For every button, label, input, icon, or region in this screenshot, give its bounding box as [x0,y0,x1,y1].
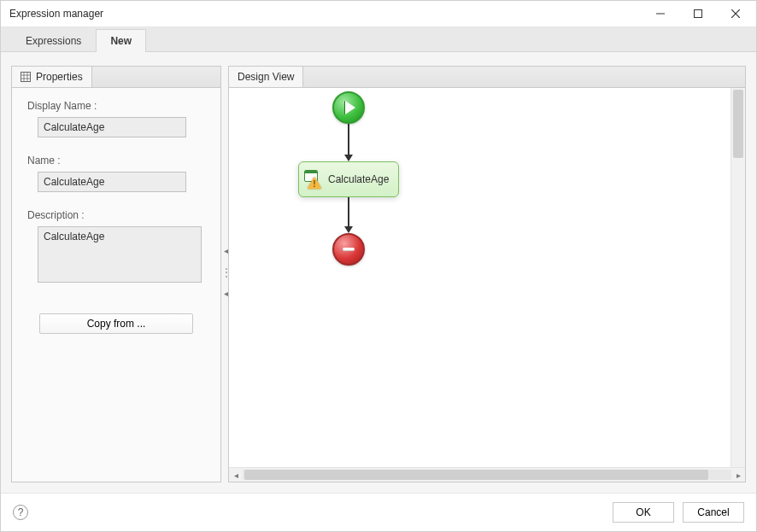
window-title: Expression manager [9,8,103,20]
design-panel-tabs: Design View [229,67,745,88]
calc-node-label: CalculateAge [328,173,389,185]
vertical-scroll-thumb[interactable] [733,90,743,158]
design-view-tab-label: Design View [238,71,294,83]
chevron-left-icon-2: ◂ [224,289,228,298]
content-area: Properties Display Name : Name : Descrip… [1,52,756,493]
maximize-button[interactable] [679,1,717,26]
tab-new[interactable]: New [96,29,146,52]
flow-arrow-2 [348,197,349,226]
calc-node[interactable]: CalculateAge [298,161,399,197]
cancel-button[interactable]: Cancel [683,502,744,523]
grid-icon [21,72,31,82]
name-input[interactable] [38,172,186,192]
expression-manager-dialog: Expression manager Expressions New [0,0,757,532]
minimize-button[interactable] [642,1,679,26]
properties-body: Display Name : Name : Description : Copy… [12,88,220,482]
display-name-label: Display Name : [27,100,205,112]
warning-icon [308,177,321,189]
design-panel: Design View CalculateAge [228,66,746,482]
calc-node-icons [304,170,323,189]
properties-panel: Properties Display Name : Name : Descrip… [11,66,221,482]
minimize-icon [656,9,665,18]
horizontal-scroll-thumb[interactable] [244,470,708,480]
properties-tab-label: Properties [36,71,83,83]
design-canvas[interactable]: CalculateAge ◂ ▸ [229,88,745,482]
description-label: Description : [27,209,205,221]
close-icon [731,9,740,18]
name-label: Name : [27,155,205,167]
horizontal-scrollbar[interactable]: ◂ ▸ [229,467,745,482]
scroll-left-button[interactable]: ◂ [229,470,243,481]
titlebar: Expression manager [1,1,756,27]
window-controls [642,1,754,26]
properties-tab[interactable]: Properties [12,67,92,87]
design-wrap: CalculateAge ◂ ▸ [229,88,745,482]
ok-button[interactable]: OK [613,502,674,523]
stop-node-icon[interactable] [332,233,365,266]
design-view-tab[interactable]: Design View [229,67,303,87]
tab-expressions[interactable]: Expressions [11,29,96,52]
properties-panel-tabs: Properties [12,67,220,88]
help-icon: ? [18,506,24,518]
chevron-left-icon: ◂ [224,247,228,255]
help-button[interactable]: ? [13,505,28,520]
scroll-right-button[interactable]: ▸ [731,470,745,481]
dialog-footer: ? OK Cancel [1,493,756,531]
arrow-down-icon-2 [344,226,353,233]
display-name-input[interactable] [38,117,186,137]
maximize-icon [694,9,702,18]
svg-rect-1 [21,73,31,82]
horizontal-scroll-track[interactable] [243,470,731,480]
flow-arrow-1 [348,124,349,155]
main-tabs: Expressions New [1,27,756,52]
start-node-icon[interactable] [332,91,365,124]
arrow-down-icon [344,155,353,161]
close-button[interactable] [717,1,754,26]
copy-from-button[interactable]: Copy from ... [39,313,193,334]
description-textarea[interactable] [38,226,202,283]
vertical-scrollbar[interactable] [731,88,745,468]
svg-rect-0 [695,10,702,18]
